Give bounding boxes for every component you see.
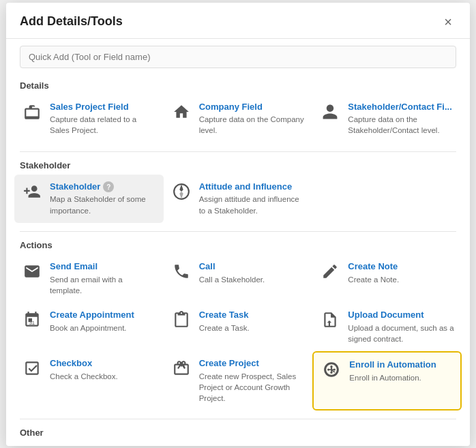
item-text-sales-project-field: Sales Project FieldCapture data related … bbox=[50, 102, 157, 136]
item-name-call: Call bbox=[199, 261, 306, 273]
item-send-email[interactable]: Send EmailSend an email with a template. bbox=[14, 254, 164, 303]
help-icon[interactable]: ? bbox=[103, 181, 114, 192]
svg-point-5 bbox=[333, 368, 336, 370]
item-desc-stakeholder: Map a Stakeholder of some importance. bbox=[50, 194, 157, 215]
item-text-stakeholder-contact-field: Stakeholder/Contact Fi...Capture data on… bbox=[348, 102, 455, 136]
building-icon bbox=[170, 103, 192, 121]
envelope-icon bbox=[21, 263, 43, 280]
item-name-create-appointment: Create Appointment bbox=[50, 310, 157, 321]
item-text-create-project: Create ProjectCreate new Prospect, Sales… bbox=[199, 358, 306, 404]
svg-marker-2 bbox=[179, 192, 183, 199]
section-grid-other: Playbook ConditionConditionally show or … bbox=[6, 442, 470, 446]
item-name-attitude-influence: Attitude and Influence bbox=[199, 181, 306, 193]
search-input[interactable] bbox=[20, 46, 456, 68]
search-bar bbox=[6, 39, 470, 75]
item-desc-attitude-influence: Assign attitude and influence to a Stake… bbox=[199, 194, 306, 215]
item-qualifier: QualifierAdd a criteria for qualifying a… bbox=[312, 442, 462, 446]
item-stakeholder[interactable]: Stakeholder?Map a Stakeholder of some im… bbox=[14, 175, 164, 223]
item-company-field[interactable]: Company FieldCapture data on the Company… bbox=[164, 95, 313, 143]
add-details-modal: Add Details/Tools × DetailsSales Project… bbox=[6, 3, 470, 446]
item-text-create-task: Create TaskCreate a Task. bbox=[199, 310, 306, 333]
item-name-stakeholder-contact-field: Stakeholder/Contact Fi... bbox=[348, 102, 455, 113]
item-create-note[interactable]: Create NoteCreate a Note. bbox=[312, 254, 462, 303]
sections-container: DetailsSales Project FieldCapture data r… bbox=[6, 75, 470, 446]
item-stakeholder-contact-field[interactable]: Stakeholder/Contact Fi...Capture data on… bbox=[312, 95, 462, 143]
item-name-stakeholder: Stakeholder? bbox=[50, 181, 157, 193]
item-text-checkbox: CheckboxCheck a Checkbox. bbox=[50, 358, 157, 382]
svg-point-8 bbox=[331, 372, 333, 374]
item-desc-upload-document: Upload a document, such as a signed cont… bbox=[348, 323, 455, 344]
item-name-create-project: Create Project bbox=[199, 358, 306, 370]
section-divider-stakeholder bbox=[20, 231, 456, 232]
item-sales-project-field[interactable]: Sales Project FieldCapture data related … bbox=[14, 95, 164, 143]
item-name-enroll-automation: Enroll in Automation bbox=[349, 359, 453, 371]
item-create-project[interactable]: Create ProjectCreate new Prospect, Sales… bbox=[164, 351, 313, 410]
item-name-create-task: Create Task bbox=[199, 310, 306, 321]
item-create-appointment[interactable]: 31Create AppointmentBook an Appointment. bbox=[14, 303, 164, 351]
item-enroll-automation[interactable]: Enroll in AutomationEnroll in Automation… bbox=[312, 351, 462, 410]
item-text-call: CallCall a Stakeholder. bbox=[199, 261, 306, 285]
item-desc-create-note: Create a Note. bbox=[348, 274, 455, 285]
item-attitude-influence[interactable]: Attitude and InfluenceAssign attitude an… bbox=[164, 175, 313, 223]
item-desc-checkbox: Check a Checkbox. bbox=[50, 371, 157, 382]
item-desc-stakeholder-contact-field: Capture data on the Stakeholder/Contact … bbox=[348, 114, 455, 136]
svg-text:31: 31 bbox=[29, 319, 35, 325]
item-desc-create-task: Create a Task. bbox=[199, 323, 306, 333]
checkbox-icon bbox=[21, 359, 43, 377]
item-desc-send-email: Send an email with a template. bbox=[50, 274, 157, 296]
item-text-attitude-influence: Attitude and InfluenceAssign attitude an… bbox=[199, 181, 306, 216]
item-name-create-note: Create Note bbox=[348, 261, 455, 273]
section-title-details: Details bbox=[6, 75, 470, 95]
item-upload-document[interactable]: Upload DocumentUpload a document, such a… bbox=[312, 303, 462, 351]
item-playbook-condition[interactable]: Playbook ConditionConditionally show or … bbox=[14, 442, 164, 446]
modal-title: Add Details/Tools bbox=[20, 14, 123, 29]
projects-icon bbox=[170, 359, 192, 377]
item-name-upload-document: Upload Document bbox=[348, 310, 455, 321]
item-name-send-email: Send Email bbox=[50, 261, 157, 273]
item-desc-create-appointment: Book an Appointment. bbox=[50, 323, 157, 333]
automation-icon bbox=[321, 361, 342, 378]
item-desc-call: Call a Stakeholder. bbox=[199, 274, 306, 285]
item-desc-create-project: Create new Prospect, Sales Project or Ac… bbox=[199, 371, 306, 404]
section-divider-details bbox=[20, 151, 456, 152]
svg-point-6 bbox=[331, 365, 333, 368]
item-desc-sales-project-field: Capture data related to a Sales Project. bbox=[50, 114, 157, 136]
clipboard-icon bbox=[170, 311, 192, 329]
item-text-upload-document: Upload DocumentUpload a document, such a… bbox=[348, 310, 455, 344]
item-text-create-note: Create NoteCreate a Note. bbox=[348, 261, 455, 285]
item-importance[interactable]: 1₂3ImportanceAlert when this step is not… bbox=[164, 442, 313, 446]
section-grid-actions: Send EmailSend an email with a template.… bbox=[6, 254, 470, 416]
item-name-sales-project-field: Sales Project Field bbox=[50, 102, 157, 113]
person-add-icon bbox=[21, 183, 43, 200]
note-icon bbox=[319, 263, 341, 280]
briefcase-icon bbox=[21, 103, 43, 121]
upload-icon bbox=[319, 311, 341, 329]
item-text-enroll-automation: Enroll in AutomationEnroll in Automation… bbox=[349, 359, 453, 383]
phone-icon bbox=[170, 263, 192, 280]
item-call[interactable]: CallCall a Stakeholder. bbox=[164, 254, 313, 303]
modal-header: Add Details/Tools × bbox=[6, 3, 470, 39]
section-divider-actions bbox=[20, 419, 456, 419]
compass-icon bbox=[170, 183, 192, 200]
item-text-create-appointment: Create AppointmentBook an Appointment. bbox=[50, 310, 157, 333]
item-desc-enroll-automation: Enroll in Automation. bbox=[349, 372, 453, 383]
section-title-actions: Actions bbox=[6, 235, 470, 254]
item-text-send-email: Send EmailSend an email with a template. bbox=[50, 261, 157, 296]
item-text-company-field: Company FieldCapture data on the Company… bbox=[199, 102, 306, 136]
item-name-company-field: Company Field bbox=[199, 102, 306, 113]
item-text-stakeholder: Stakeholder?Map a Stakeholder of some im… bbox=[50, 181, 157, 216]
section-title-stakeholder: Stakeholder bbox=[6, 155, 470, 175]
person-icon bbox=[319, 103, 341, 121]
item-name-checkbox: Checkbox bbox=[50, 358, 157, 370]
svg-point-7 bbox=[327, 368, 329, 370]
item-desc-company-field: Capture data on the Company level. bbox=[199, 114, 306, 136]
item-create-task[interactable]: Create TaskCreate a Task. bbox=[164, 303, 313, 351]
calendar-icon: 31 bbox=[21, 311, 43, 329]
close-button[interactable]: × bbox=[440, 14, 456, 30]
svg-marker-1 bbox=[179, 184, 183, 192]
item-checkbox[interactable]: CheckboxCheck a Checkbox. bbox=[14, 351, 164, 410]
section-title-other: Other bbox=[6, 422, 470, 442]
section-grid-stakeholder: Stakeholder?Map a Stakeholder of some im… bbox=[6, 175, 470, 228]
section-grid-details: Sales Project FieldCapture data related … bbox=[6, 95, 470, 149]
